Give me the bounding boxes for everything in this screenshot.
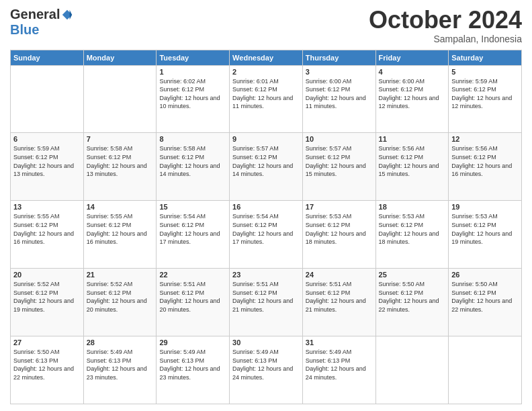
day-info: Sunrise: 5:59 AM Sunset: 6:12 PM Dayligh… [13, 144, 81, 178]
day-info: Sunrise: 5:49 AM Sunset: 6:13 PM Dayligh… [159, 348, 226, 381]
day-info: Sunrise: 5:59 AM Sunset: 6:12 PM Dayligh… [451, 77, 519, 111]
day-number: 19 [451, 203, 519, 211]
table-row: 6Sunrise: 5:59 AM Sunset: 6:12 PM Daylig… [11, 133, 84, 201]
calendar-week-row: 13Sunrise: 5:55 AM Sunset: 6:12 PM Dayli… [11, 201, 522, 269]
day-number: 28 [87, 338, 154, 347]
col-sunday: Sunday [11, 50, 84, 65]
table-row: 15Sunrise: 5:54 AM Sunset: 6:12 PM Dayli… [157, 201, 230, 269]
logo-general: General [10, 7, 60, 22]
table-row: 19Sunrise: 5:53 AM Sunset: 6:12 PM Dayli… [449, 201, 522, 269]
day-info: Sunrise: 5:53 AM Sunset: 6:12 PM Dayligh… [379, 212, 446, 246]
day-number: 14 [87, 203, 154, 211]
col-tuesday: Tuesday [157, 50, 230, 65]
day-number: 8 [159, 135, 226, 143]
day-info: Sunrise: 5:51 AM Sunset: 6:12 PM Dayligh… [159, 280, 226, 314]
table-row: 27Sunrise: 5:50 AM Sunset: 6:13 PM Dayli… [11, 336, 84, 404]
table-row [375, 336, 449, 404]
day-number: 21 [87, 271, 154, 279]
table-row [11, 65, 84, 133]
day-number: 25 [379, 271, 446, 279]
table-row: 12Sunrise: 5:56 AM Sunset: 6:12 PM Dayli… [449, 133, 522, 201]
day-number: 2 [232, 68, 300, 76]
calendar-week-row: 20Sunrise: 5:52 AM Sunset: 6:12 PM Dayli… [11, 269, 522, 336]
day-number: 27 [13, 338, 81, 347]
day-info: Sunrise: 5:50 AM Sunset: 6:13 PM Dayligh… [13, 348, 81, 381]
calendar-header-row: Sunday Monday Tuesday Wednesday Thursday… [11, 50, 522, 65]
day-number: 15 [159, 203, 226, 211]
day-number: 23 [232, 271, 300, 279]
logo-icon [61, 9, 73, 21]
day-number: 30 [232, 338, 300, 347]
day-info: Sunrise: 6:00 AM Sunset: 6:12 PM Dayligh… [379, 77, 446, 111]
table-row: 20Sunrise: 5:52 AM Sunset: 6:12 PM Dayli… [11, 269, 84, 336]
table-row: 30Sunrise: 5:49 AM Sunset: 6:13 PM Dayli… [230, 336, 303, 404]
day-number: 11 [379, 135, 446, 143]
col-saturday: Saturday [449, 50, 522, 65]
day-info: Sunrise: 5:55 AM Sunset: 6:12 PM Dayligh… [87, 212, 154, 246]
day-number: 29 [159, 338, 226, 347]
location-subtitle: Sampalan, Indonesia [369, 34, 522, 44]
day-info: Sunrise: 5:51 AM Sunset: 6:12 PM Dayligh… [232, 280, 300, 314]
day-number: 6 [13, 135, 81, 143]
logo: General Blue [10, 7, 73, 38]
day-number: 9 [232, 135, 300, 143]
table-row: 16Sunrise: 5:54 AM Sunset: 6:12 PM Dayli… [230, 201, 303, 269]
day-number: 26 [451, 271, 519, 279]
col-thursday: Thursday [302, 50, 375, 65]
day-info: Sunrise: 5:53 AM Sunset: 6:12 PM Dayligh… [451, 212, 519, 246]
table-row: 1Sunrise: 6:02 AM Sunset: 6:12 PM Daylig… [157, 65, 230, 133]
day-info: Sunrise: 5:52 AM Sunset: 6:12 PM Dayligh… [87, 280, 154, 314]
day-number: 13 [13, 203, 81, 211]
col-monday: Monday [83, 50, 157, 65]
day-info: Sunrise: 5:58 AM Sunset: 6:12 PM Dayligh… [159, 144, 226, 178]
day-number: 3 [306, 68, 373, 76]
table-row: 2Sunrise: 6:01 AM Sunset: 6:12 PM Daylig… [230, 65, 303, 133]
table-row: 9Sunrise: 5:57 AM Sunset: 6:12 PM Daylig… [230, 133, 303, 201]
day-info: Sunrise: 5:56 AM Sunset: 6:12 PM Dayligh… [451, 144, 519, 178]
table-row [449, 336, 522, 404]
day-number: 31 [306, 338, 373, 347]
table-row: 14Sunrise: 5:55 AM Sunset: 6:12 PM Dayli… [83, 201, 157, 269]
day-info: Sunrise: 6:01 AM Sunset: 6:12 PM Dayligh… [232, 77, 300, 111]
table-row: 18Sunrise: 5:53 AM Sunset: 6:12 PM Dayli… [375, 201, 449, 269]
day-number: 22 [159, 271, 226, 279]
day-info: Sunrise: 5:49 AM Sunset: 6:13 PM Dayligh… [306, 348, 373, 381]
col-wednesday: Wednesday [230, 50, 303, 65]
title-area: October 2024 Sampalan, Indonesia [369, 7, 522, 44]
day-number: 17 [306, 203, 373, 211]
day-info: Sunrise: 5:52 AM Sunset: 6:12 PM Dayligh… [13, 280, 81, 314]
day-info: Sunrise: 5:51 AM Sunset: 6:12 PM Dayligh… [306, 280, 373, 314]
table-row: 26Sunrise: 5:50 AM Sunset: 6:12 PM Dayli… [449, 269, 522, 336]
day-number: 12 [451, 135, 519, 143]
table-row [83, 65, 157, 133]
day-info: Sunrise: 6:00 AM Sunset: 6:12 PM Dayligh… [306, 77, 373, 111]
day-number: 5 [451, 68, 519, 76]
table-row: 31Sunrise: 5:49 AM Sunset: 6:13 PM Dayli… [302, 336, 375, 404]
col-friday: Friday [375, 50, 449, 65]
table-row: 28Sunrise: 5:49 AM Sunset: 6:13 PM Dayli… [83, 336, 157, 404]
day-number: 4 [379, 68, 446, 76]
table-row: 5Sunrise: 5:59 AM Sunset: 6:12 PM Daylig… [449, 65, 522, 133]
day-info: Sunrise: 5:49 AM Sunset: 6:13 PM Dayligh… [87, 348, 154, 381]
day-info: Sunrise: 5:56 AM Sunset: 6:12 PM Dayligh… [379, 144, 446, 178]
day-info: Sunrise: 6:02 AM Sunset: 6:12 PM Dayligh… [159, 77, 226, 111]
day-info: Sunrise: 5:53 AM Sunset: 6:12 PM Dayligh… [306, 212, 373, 246]
day-number: 20 [13, 271, 81, 279]
table-row: 29Sunrise: 5:49 AM Sunset: 6:13 PM Dayli… [157, 336, 230, 404]
day-info: Sunrise: 5:58 AM Sunset: 6:12 PM Dayligh… [87, 144, 154, 178]
table-row: 25Sunrise: 5:50 AM Sunset: 6:12 PM Dayli… [375, 269, 449, 336]
day-info: Sunrise: 5:57 AM Sunset: 6:12 PM Dayligh… [232, 144, 300, 178]
day-info: Sunrise: 5:57 AM Sunset: 6:12 PM Dayligh… [306, 144, 373, 178]
day-number: 1 [159, 68, 226, 76]
day-info: Sunrise: 5:50 AM Sunset: 6:12 PM Dayligh… [451, 280, 519, 314]
table-row: 13Sunrise: 5:55 AM Sunset: 6:12 PM Dayli… [11, 201, 84, 269]
header: General Blue October 2024 Sampalan, Indo… [10, 7, 522, 44]
page: General Blue October 2024 Sampalan, Indo… [0, 0, 532, 411]
day-number: 10 [306, 135, 373, 143]
day-info: Sunrise: 5:49 AM Sunset: 6:13 PM Dayligh… [232, 348, 300, 381]
day-info: Sunrise: 5:50 AM Sunset: 6:12 PM Dayligh… [379, 280, 446, 314]
table-row: 8Sunrise: 5:58 AM Sunset: 6:12 PM Daylig… [157, 133, 230, 201]
day-number: 24 [306, 271, 373, 279]
table-row: 10Sunrise: 5:57 AM Sunset: 6:12 PM Dayli… [302, 133, 375, 201]
calendar-week-row: 27Sunrise: 5:50 AM Sunset: 6:13 PM Dayli… [11, 336, 522, 404]
